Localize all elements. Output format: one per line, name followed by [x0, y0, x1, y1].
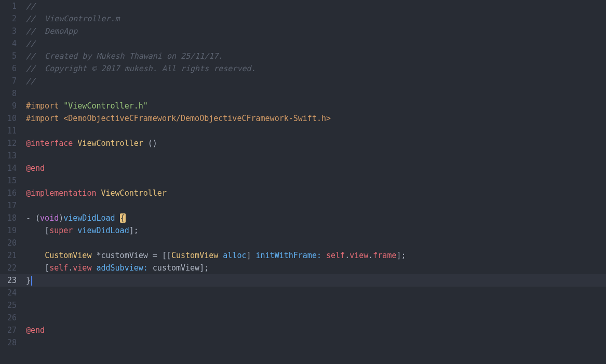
code-line[interactable]	[26, 87, 606, 100]
code-text: - (	[26, 213, 40, 223]
code-line-current[interactable]: }	[26, 274, 606, 287]
type-name: CustomView	[45, 251, 91, 260]
self-keyword: self	[326, 251, 345, 260]
line-number: 2	[0, 12, 17, 25]
code-text: customView];	[148, 263, 209, 273]
self-keyword: self	[49, 263, 68, 273]
interface-keyword: @interface	[26, 139, 73, 148]
line-number: 26	[0, 312, 17, 324]
code-line[interactable]: [super viewDidLoad];	[26, 224, 606, 237]
code-line[interactable]: // Created by Mukesh Thawani on 25/11/17…	[26, 50, 606, 62]
line-number: 20	[0, 237, 17, 249]
code-area[interactable]: // // ViewController.m // DemoApp // // …	[24, 0, 606, 364]
code-line[interactable]: //	[26, 37, 606, 50]
code-text: [	[26, 263, 49, 273]
line-number: 8	[0, 87, 17, 100]
line-number: 21	[0, 249, 17, 262]
end-keyword: @end	[26, 164, 45, 173]
class-name: ViewController	[77, 139, 143, 148]
matching-brace-open: {	[120, 213, 126, 223]
property-name: view	[349, 251, 368, 260]
property-name: frame	[373, 251, 396, 260]
line-number: 11	[0, 125, 17, 137]
code-line[interactable]	[26, 312, 606, 324]
line-number: 27	[0, 324, 17, 336]
line-number: 14	[0, 162, 17, 174]
cursor-icon	[31, 276, 32, 286]
code-text: ()	[143, 139, 157, 148]
code-line[interactable]: // Copyright © 2017 mukesh. All rights r…	[26, 62, 606, 75]
code-line[interactable]: CustomView *customView = [[CustomView al…	[26, 249, 606, 262]
code-text	[26, 251, 45, 260]
message-name: addSubview:	[96, 263, 147, 273]
line-number: 28	[0, 336, 17, 349]
code-line[interactable]: // DemoApp	[26, 25, 606, 37]
code-line[interactable]: @end	[26, 324, 606, 336]
code-editor[interactable]: 1 2 3 4 5 6 7 8 9 10 11 12 13 14 15 16 1…	[0, 0, 606, 364]
super-keyword: super	[49, 226, 73, 235]
code-line[interactable]: @implementation ViewController	[26, 187, 606, 199]
comment-text: // ViewController.m	[26, 14, 120, 23]
code-text: [	[26, 226, 49, 235]
comment-text: // Created by Mukesh Thawani on 25/11/17…	[26, 51, 223, 61]
import-keyword: #import	[26, 101, 59, 111]
class-name: ViewController	[101, 188, 167, 198]
import-path: <DemoObjectiveCFramework/DemoObjectiveCF…	[63, 114, 331, 123]
code-line[interactable]: [self.view addSubview: customView];	[26, 262, 606, 274]
code-text: )	[59, 213, 63, 223]
line-number: 18	[0, 212, 17, 224]
line-number: 24	[0, 287, 17, 299]
end-keyword: @end	[26, 326, 45, 335]
line-number: 4	[0, 37, 17, 50]
line-number: 19	[0, 224, 17, 237]
code-line[interactable]: @end	[26, 162, 606, 174]
code-line[interactable]: #import "ViewController.h"	[26, 100, 606, 112]
code-text: ];	[396, 251, 406, 260]
void-keyword: void	[40, 213, 59, 223]
type-name: CustomView	[171, 251, 218, 260]
code-line[interactable]	[26, 336, 606, 349]
line-number: 22	[0, 262, 17, 274]
line-number: 3	[0, 25, 17, 37]
code-line[interactable]	[26, 174, 606, 187]
comment-text: //	[26, 76, 35, 86]
line-number: 7	[0, 75, 17, 87]
code-line[interactable]	[26, 287, 606, 299]
code-line[interactable]	[26, 299, 606, 312]
line-number: 6	[0, 62, 17, 75]
code-line[interactable]: - (void)viewDidLoad {	[26, 212, 606, 224]
code-text: ];	[129, 226, 139, 235]
message-name: viewDidLoad	[77, 226, 129, 235]
code-line[interactable]: // ViewController.m	[26, 12, 606, 25]
implementation-keyword: @implementation	[26, 188, 96, 198]
code-line[interactable]	[26, 125, 606, 137]
code-line[interactable]	[26, 199, 606, 212]
line-number: 17	[0, 199, 17, 212]
line-number: 15	[0, 174, 17, 187]
message-name: alloc	[223, 251, 246, 260]
line-number: 16	[0, 187, 17, 199]
comment-text: // Copyright © 2017 mukesh. All rights r…	[26, 64, 256, 73]
code-line[interactable]	[26, 150, 606, 162]
line-number-gutter: 1 2 3 4 5 6 7 8 9 10 11 12 13 14 15 16 1…	[0, 0, 24, 364]
matching-brace-close: }	[26, 276, 31, 285]
code-line[interactable]: #import <DemoObjectiveCFramework/DemoObj…	[26, 112, 606, 125]
code-line[interactable]: //	[26, 75, 606, 87]
message-name: initWithFrame:	[256, 251, 321, 260]
import-path: "ViewController.h"	[63, 101, 148, 111]
import-keyword: #import	[26, 114, 59, 123]
code-line[interactable]: @interface ViewController ()	[26, 137, 606, 150]
line-number: 13	[0, 150, 17, 162]
line-number: 10	[0, 112, 17, 125]
line-number: 25	[0, 299, 17, 312]
code-text: ]	[246, 251, 255, 260]
code-text: *customView = [[	[91, 251, 171, 260]
line-number: 1	[0, 0, 17, 12]
line-number: 9	[0, 100, 17, 112]
code-line[interactable]	[26, 237, 606, 249]
code-line[interactable]: //	[26, 0, 606, 12]
property-name: view	[73, 263, 91, 273]
method-name: viewDidLoad	[63, 213, 115, 223]
comment-text: //	[26, 39, 35, 48]
line-number: 5	[0, 50, 17, 62]
